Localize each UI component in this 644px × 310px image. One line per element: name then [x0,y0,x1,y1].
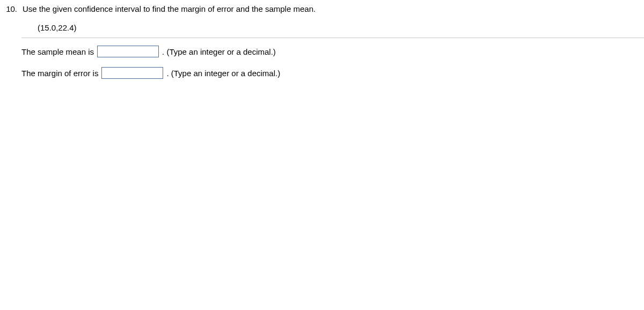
sample-mean-hint: . (Type an integer or a decimal.) [162,47,276,56]
question-number: 10. [5,4,23,13]
sample-mean-input[interactable] [97,46,159,57]
margin-error-input[interactable] [101,67,163,79]
answer-line-margin-error: The margin of error is . (Type an intege… [21,67,644,79]
confidence-interval: (15.0,22.4) [23,23,639,32]
margin-error-label: The margin of error is [21,69,98,78]
answer-line-sample-mean: The sample mean is . (Type an integer or… [21,46,644,57]
sample-mean-label: The sample mean is [21,47,94,56]
question-row: 10. Use the given confidence interval to… [0,4,644,38]
answers-section: The sample mean is . (Type an integer or… [0,38,644,79]
margin-error-hint: . (Type an integer or a decimal.) [166,69,280,78]
question-body: Use the given confidence interval to fin… [23,4,639,38]
question-prompt: Use the given confidence interval to fin… [23,4,639,13]
